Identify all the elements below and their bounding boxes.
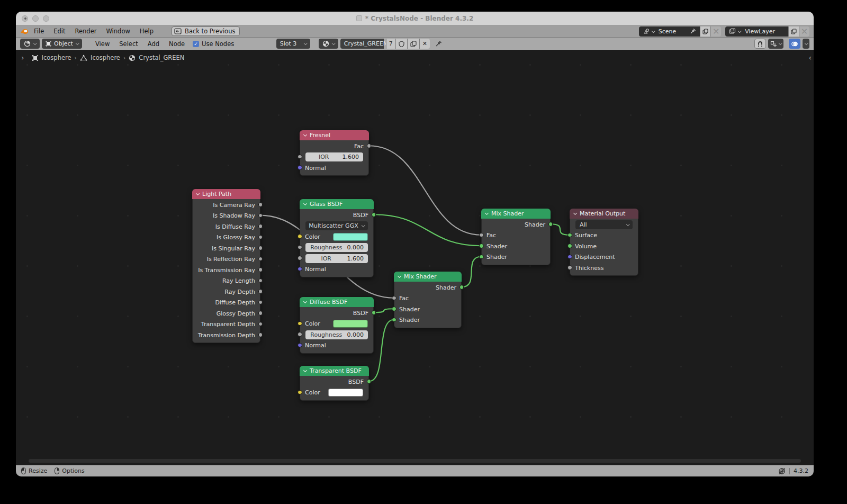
overlays-dropdown[interactable] bbox=[803, 39, 809, 49]
overlays-toggle-button[interactable] bbox=[789, 39, 800, 49]
pin-icon[interactable] bbox=[435, 40, 442, 47]
node-mix_lower[interactable]: Mix ShaderShaderFacShaderShader bbox=[394, 272, 462, 328]
shader-type-dropdown[interactable]: Object bbox=[42, 39, 82, 49]
use-nodes-toggle[interactable]: ✓ Use Nodes bbox=[193, 40, 234, 48]
color-swatch[interactable] bbox=[333, 233, 368, 241]
output-socket[interactable] bbox=[459, 285, 464, 290]
menu-render[interactable]: Render bbox=[71, 26, 101, 36]
snap-toggle-button[interactable] bbox=[754, 39, 766, 49]
new-material-button[interactable] bbox=[407, 39, 419, 49]
input-socket[interactable] bbox=[567, 265, 572, 270]
node-header[interactable]: Fresnel bbox=[300, 130, 369, 140]
input-socket[interactable] bbox=[298, 332, 302, 337]
node-editor-canvas[interactable]: › Icosphere › Icosphere › Crystal_GREEN … bbox=[16, 50, 814, 465]
material-name-field[interactable]: Crystal_GREEN bbox=[340, 39, 384, 49]
output-socket[interactable] bbox=[367, 143, 372, 148]
output-socket[interactable] bbox=[258, 322, 263, 327]
back-to-previous-button[interactable]: Back to Previous bbox=[172, 26, 240, 36]
node-light_path[interactable]: Light PathIs Camera RayIs Shadow RayIs D… bbox=[192, 189, 260, 343]
input-socket[interactable] bbox=[298, 165, 302, 170]
input-socket[interactable] bbox=[392, 307, 397, 311]
output-socket[interactable] bbox=[258, 224, 263, 229]
roughness-field[interactable]: Roughness0.000 bbox=[305, 243, 368, 252]
enum-dropdown[interactable]: All bbox=[575, 220, 633, 229]
input-socket[interactable] bbox=[392, 296, 397, 301]
node-header[interactable]: Glass BSDF bbox=[300, 199, 374, 209]
node-fresnel[interactable]: FresnelFacIOR1.600Normal bbox=[300, 130, 369, 176]
input-socket[interactable] bbox=[479, 233, 484, 238]
breadcrumb-object[interactable]: Icosphere bbox=[42, 54, 71, 61]
node-header[interactable]: Mix Shader bbox=[481, 209, 551, 219]
blender-logo-icon[interactable] bbox=[20, 28, 29, 35]
node-mix_upper[interactable]: Mix ShaderShaderFacShaderShader bbox=[481, 209, 551, 265]
input-socket[interactable] bbox=[567, 244, 572, 248]
collapse-chevron-icon[interactable] bbox=[303, 202, 307, 205]
editor-type-selector[interactable] bbox=[20, 39, 40, 49]
menu-window[interactable]: Window bbox=[102, 26, 134, 36]
output-socket[interactable] bbox=[548, 222, 553, 227]
output-socket[interactable] bbox=[258, 300, 263, 305]
menu-node[interactable]: Node bbox=[165, 40, 188, 48]
ior-field[interactable]: IOR1.600 bbox=[305, 152, 363, 161]
corner-collapse-icon[interactable]: ‹ bbox=[808, 54, 812, 61]
output-socket[interactable] bbox=[367, 379, 372, 384]
new-viewlayer-button[interactable] bbox=[788, 26, 799, 37]
menu-view[interactable]: View bbox=[92, 40, 113, 48]
input-socket[interactable] bbox=[479, 244, 484, 248]
node-glass[interactable]: Glass BSDFBSDFMultiscatter GGXColorRough… bbox=[300, 199, 374, 277]
scene-field[interactable]: Scene bbox=[639, 26, 700, 37]
input-socket[interactable] bbox=[298, 343, 302, 348]
corner-expand-icon[interactable]: › bbox=[21, 54, 24, 61]
output-socket[interactable] bbox=[258, 311, 263, 316]
output-socket[interactable] bbox=[372, 310, 376, 315]
horizontal-scrollbar[interactable] bbox=[29, 459, 801, 463]
roughness-field[interactable]: Roughness0.000 bbox=[305, 330, 368, 339]
color-swatch[interactable] bbox=[328, 389, 363, 397]
ior-field[interactable]: IOR1.600 bbox=[305, 254, 368, 263]
menu-help[interactable]: Help bbox=[136, 26, 158, 36]
menu-edit[interactable]: Edit bbox=[49, 26, 69, 36]
input-socket[interactable] bbox=[298, 155, 302, 159]
output-socket[interactable] bbox=[258, 332, 263, 337]
material-users-button[interactable]: 7 bbox=[386, 39, 395, 49]
input-socket[interactable] bbox=[298, 256, 302, 260]
node-header[interactable]: Material Output bbox=[570, 209, 638, 219]
output-socket[interactable] bbox=[258, 235, 263, 240]
output-socket[interactable] bbox=[258, 202, 263, 207]
input-socket[interactable] bbox=[298, 390, 302, 395]
output-socket[interactable] bbox=[258, 267, 263, 272]
output-socket[interactable] bbox=[258, 246, 263, 250]
pin-icon[interactable] bbox=[690, 28, 696, 34]
output-socket[interactable] bbox=[258, 213, 263, 218]
input-socket[interactable] bbox=[298, 234, 302, 239]
input-socket[interactable] bbox=[298, 267, 302, 272]
menu-select[interactable]: Select bbox=[115, 40, 141, 48]
collapse-chevron-icon[interactable] bbox=[398, 274, 401, 278]
input-socket[interactable] bbox=[479, 255, 484, 259]
collapse-chevron-icon[interactable] bbox=[573, 211, 577, 215]
node-mat_output[interactable]: Material OutputAllSurfaceVolumeDisplacem… bbox=[570, 209, 638, 276]
network-offline-icon[interactable] bbox=[778, 467, 786, 475]
collapse-chevron-icon[interactable] bbox=[196, 192, 200, 195]
node-transparent[interactable]: Transparent BSDFBSDFColor bbox=[300, 366, 369, 401]
menu-add[interactable]: Add bbox=[144, 40, 163, 48]
input-socket[interactable] bbox=[567, 233, 572, 238]
menu-file[interactable]: File bbox=[30, 26, 48, 36]
viewlayer-field[interactable]: ViewLayer bbox=[725, 26, 788, 37]
snapping-dropdown[interactable] bbox=[768, 39, 783, 49]
unlink-material-button[interactable]: ✕ bbox=[419, 39, 430, 49]
browse-material-button[interactable] bbox=[319, 39, 338, 49]
output-socket[interactable] bbox=[258, 257, 263, 262]
output-socket[interactable] bbox=[258, 278, 263, 283]
collapse-chevron-icon[interactable] bbox=[303, 133, 307, 137]
fake-user-button[interactable] bbox=[395, 39, 407, 49]
node-header[interactable]: Light Path bbox=[192, 189, 260, 199]
collapse-chevron-icon[interactable] bbox=[303, 300, 307, 303]
breadcrumb-mesh[interactable]: Icosphere bbox=[91, 54, 120, 61]
input-socket[interactable] bbox=[567, 255, 572, 259]
new-scene-button[interactable] bbox=[700, 26, 710, 37]
output-socket[interactable] bbox=[258, 289, 263, 294]
enum-dropdown[interactable]: Multiscatter GGX bbox=[305, 221, 368, 230]
node-header[interactable]: Transparent BSDF bbox=[300, 366, 369, 376]
input-socket[interactable] bbox=[298, 245, 302, 250]
